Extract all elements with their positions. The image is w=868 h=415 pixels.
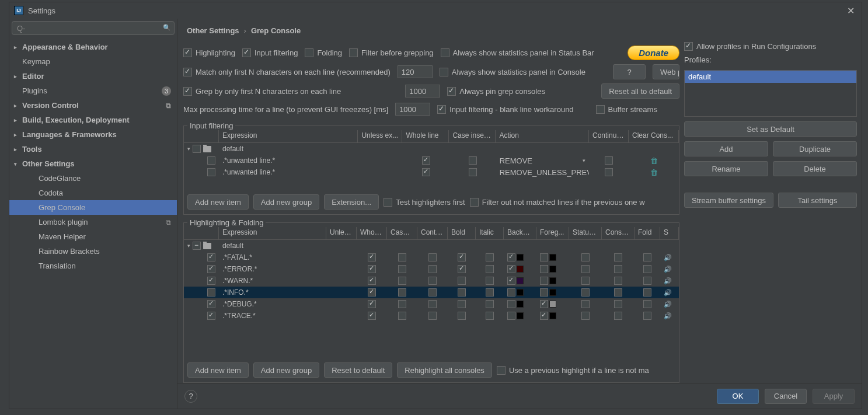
chk-grep-first-n[interactable]: Grep by only first N characters on each … (183, 87, 341, 96)
profile-item[interactable]: default (685, 71, 856, 83)
tree-item[interactable]: Maven Helper (9, 229, 177, 244)
tree-item[interactable]: CodeGlance (9, 171, 177, 186)
tree-item[interactable]: Codota (9, 186, 177, 200)
set-default-button[interactable]: Set as Default (684, 121, 857, 137)
sound-icon[interactable]: 🔊 (664, 312, 672, 320)
column-header[interactable]: Case i... (387, 227, 417, 239)
apply-button[interactable]: Apply (813, 389, 855, 404)
column-header[interactable]: S (660, 227, 679, 239)
chk-filter-before[interactable]: Filter before grepping (349, 48, 434, 57)
hl-add-group-button[interactable]: Add new group (253, 362, 319, 378)
hl-reset-button[interactable]: Reset to default (324, 362, 392, 378)
reset-all-button[interactable]: Reset all to default (601, 83, 679, 99)
tree-item[interactable]: Tools (9, 142, 177, 156)
table-row[interactable]: .*DEBUG.*🔊 (184, 298, 679, 310)
column-header[interactable]: Bold (448, 227, 476, 239)
close-icon[interactable]: ✕ (845, 5, 857, 16)
sound-icon[interactable]: 🔊 (664, 277, 672, 285)
table-group-row[interactable]: ▾default (184, 143, 679, 155)
column-header[interactable]: Italic (476, 227, 504, 239)
chk-filter-out[interactable]: Filter out not matched lines if the prev… (470, 198, 675, 207)
chk-match-first-n[interactable]: Match only first N characters on each li… (183, 68, 391, 76)
hl-add-item-button[interactable]: Add new item (187, 362, 249, 378)
column-header[interactable]: Expression (219, 227, 326, 239)
tree-item[interactable]: Version Control⧉ (9, 98, 177, 113)
sound-icon[interactable]: 🔊 (664, 254, 672, 261)
tree-item[interactable]: Appearance & Behavior (9, 40, 177, 54)
tree-item[interactable]: Translation (9, 259, 177, 273)
help-icon[interactable]: ? (184, 390, 197, 403)
add-profile-button[interactable]: Add (684, 141, 768, 156)
if-extension-button[interactable]: Extension... (324, 194, 379, 210)
tree-item[interactable]: Lombok plugin⧉ (9, 215, 177, 229)
chk-folding[interactable]: Folding (305, 48, 342, 57)
tree-item[interactable]: Grep Console (9, 200, 177, 215)
chk-always-pin[interactable]: Always pin grep consoles (447, 87, 545, 96)
sound-icon[interactable]: 🔊 (664, 266, 672, 273)
column-header[interactable]: Expression (219, 130, 358, 142)
table-row[interactable]: .*WARN.*🔊 (184, 275, 679, 287)
hl-rehighlight-button[interactable]: Rehighlight all consoles (397, 362, 492, 378)
chk-test-highlighters[interactable]: Test highlighters first (384, 198, 465, 207)
max-time-field[interactable] (395, 103, 430, 116)
column-header[interactable]: Status... (569, 227, 602, 239)
cancel-button[interactable]: Cancel (765, 389, 807, 404)
column-header[interactable]: Fold (635, 227, 660, 239)
grep-first-n-field[interactable] (405, 85, 440, 97)
tree-item[interactable]: Languages & Frameworks (9, 127, 177, 142)
column-header[interactable]: Whole line (402, 130, 449, 142)
column-header[interactable]: Unles... (326, 227, 357, 239)
donate-button[interactable]: Donate (628, 46, 679, 60)
table-row[interactable]: .*unwanted line.*REMOVE▾🗑 (184, 155, 679, 166)
column-header[interactable] (184, 130, 219, 142)
table-group-row[interactable]: ▾default (184, 240, 679, 252)
chk-blank-workaround[interactable]: Input filtering - blank line workaround (437, 105, 573, 114)
trash-icon[interactable]: 🗑 (650, 156, 658, 165)
chk-stats-statusbar[interactable]: Always show statistics panel in Status B… (441, 48, 594, 57)
column-header[interactable]: Case insen... (449, 130, 496, 142)
column-header[interactable]: Conso... (602, 227, 635, 239)
stream-buffer-button[interactable]: Stream buffer settings (684, 193, 773, 208)
column-header[interactable]: Contin... (417, 227, 448, 239)
table-row[interactable]: .*INFO.*🔊 (184, 287, 679, 298)
tree-item[interactable]: Plugins3 (9, 83, 177, 98)
column-header[interactable] (184, 227, 219, 239)
if-add-group-button[interactable]: Add new group (253, 194, 319, 210)
rename-profile-button[interactable]: Rename (684, 161, 768, 176)
table-row[interactable]: .*TRACE.*🔊 (184, 310, 679, 322)
tree-item[interactable]: Build, Execution, Deployment (9, 113, 177, 127)
chk-buffer-streams[interactable]: Buffer streams (596, 105, 657, 114)
chk-input-filtering[interactable]: Input filtering (242, 48, 298, 57)
sound-icon[interactable]: 🔊 (664, 301, 672, 308)
chk-use-previous[interactable]: Use a previous highlight if a line is no… (497, 366, 675, 375)
column-header[interactable]: Whole... (357, 227, 387, 239)
tree-item[interactable]: Rainbow Brackets (9, 244, 177, 259)
column-header[interactable]: Action (496, 130, 589, 142)
duplicate-profile-button[interactable]: Duplicate (773, 141, 857, 156)
sound-icon[interactable]: 🔊 (664, 289, 672, 297)
tree-item[interactable]: Other Settings (9, 156, 177, 171)
column-header[interactable]: Foreg... (536, 227, 569, 239)
tree-item[interactable]: Editor (9, 69, 177, 83)
column-header[interactable]: Clear Cons... (629, 130, 679, 142)
chk-allow-profiles[interactable]: Allow profiles in Run Configurations (684, 42, 857, 51)
if-add-item-button[interactable]: Add new item (187, 194, 249, 210)
input-filtering-table[interactable]: ExpressionUnless ex...Whole lineCase ins… (184, 130, 679, 190)
chk-stats-console[interactable]: Always show statistics panel in Console (440, 68, 585, 76)
table-row[interactable]: .*FATAL.*🔊 (184, 252, 679, 263)
search-input[interactable] (12, 21, 175, 35)
delete-profile-button[interactable]: Delete (773, 161, 857, 176)
tree-item[interactable]: Keymap (9, 54, 177, 69)
chk-highlighting[interactable]: Highlighting (183, 48, 235, 57)
tail-settings-button[interactable]: Tail settings (778, 193, 857, 208)
ok-button[interactable]: OK (717, 389, 759, 404)
highlighting-table[interactable]: ExpressionUnles...Whole...Case i...Conti… (184, 227, 679, 358)
match-first-n-field[interactable] (398, 65, 433, 78)
profiles-list[interactable]: default (684, 70, 857, 117)
trash-icon[interactable]: 🗑 (650, 168, 658, 177)
table-row[interactable]: .*ERROR.*🔊 (184, 263, 679, 275)
help-button[interactable]: ? (613, 64, 646, 79)
settings-tree[interactable]: Appearance & BehaviorKeymapEditorPlugins… (9, 39, 177, 409)
table-row[interactable]: .*unwanted line.*REMOVE_UNLESS_PREVIO...… (184, 166, 679, 178)
column-header[interactable]: Unless ex... (358, 130, 402, 142)
